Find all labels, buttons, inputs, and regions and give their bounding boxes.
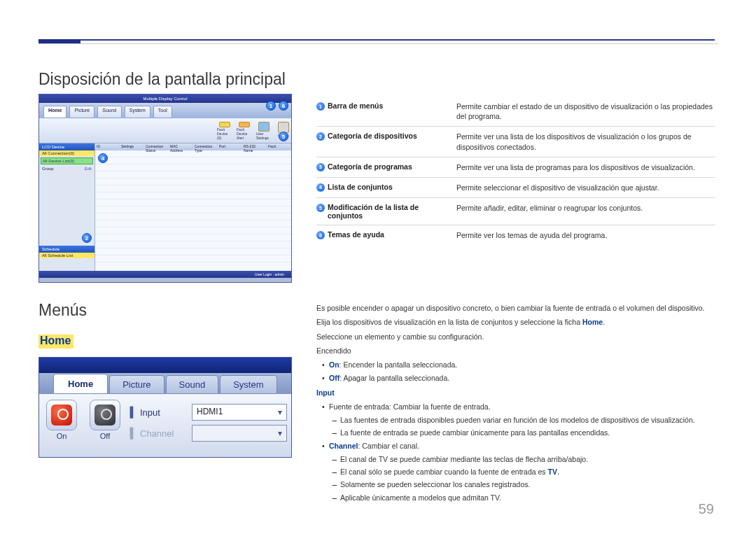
badge-2: 2 — [82, 233, 92, 243]
legend-badge-2: 2 — [316, 132, 325, 141]
legend-table: 1Barra de menús Permite cambiar el estad… — [316, 97, 715, 245]
sc2-tab-picture: Picture — [109, 375, 164, 394]
sc2-tab-home: Home — [53, 374, 108, 394]
subheading-input: Input — [316, 387, 715, 398]
list-item: La fuente de entrada se puede cambiar ún… — [316, 427, 715, 438]
list-item: Fuente de entrada: Cambiar la fuente de … — [316, 401, 715, 412]
heading-home: Home — [38, 335, 74, 349]
sidebar-head-schedule: Schedule — [39, 246, 94, 253]
sc2-tab-sound: Sound — [166, 375, 219, 394]
sc2-input-row: ▍ Input HDMI1 — [130, 404, 287, 421]
list-item: Solamente se pueden seleccionar los cana… — [316, 479, 715, 490]
list-item: Channel: Cambiar el canal. — [316, 440, 715, 451]
sc1-grid: Add Edit Delete ID Settings Connection S… — [95, 143, 291, 271]
sc1-tabs: Home Picture Sound System Tool 1 6 — [39, 103, 291, 118]
legend-row: 3Categoría de programas Permite ver una … — [316, 157, 715, 178]
power-on-icon — [51, 405, 72, 426]
legend-row: 5Modificación de la lista de conjuntos P… — [316, 198, 715, 225]
sc1-tab-home: Home — [43, 106, 66, 118]
legend-row: 4Lista de conjuntos Permite seleccionar … — [316, 178, 715, 198]
sidebar-item-group: Group Edit — [39, 166, 94, 171]
badge-6: 6 — [279, 101, 288, 111]
sc1-sidebar: LCD Device All Connection(0) All Device … — [39, 143, 95, 271]
sc2-titlebar — [39, 358, 291, 373]
sc2-channel-row: ▍ Channel — [130, 425, 287, 442]
list-item: El canal sólo se puede cambiar cuando la… — [316, 466, 715, 477]
btn-on: On — [43, 400, 80, 440]
legend-badge-3: 3 — [316, 163, 325, 171]
divider-icon: ▍ — [130, 407, 133, 418]
legend-badge-6: 6 — [316, 231, 325, 239]
sc1-tab-tool: Tool — [153, 106, 172, 118]
input-select: HDMI1 — [192, 404, 287, 421]
sc1-tab-sound: Sound — [97, 106, 121, 118]
sc1-footer: User Login : admin — [39, 271, 291, 278]
power-off-icon — [94, 405, 115, 426]
screenshot-home-menu: Home Picture Sound System On Off ▍ Input… — [38, 357, 292, 458]
toolbar-fault-device: Fault Device (0) — [217, 122, 232, 140]
page-number: 59 — [699, 501, 714, 517]
header-divider — [38, 39, 715, 41]
input-label: Input — [140, 407, 185, 418]
legend-badge-4: 4 — [316, 183, 325, 192]
sidebar-item-schedule: All Schedule List — [39, 253, 94, 258]
grid-header: ID Settings Connection Status MAC Addres… — [95, 143, 291, 150]
divider-icon: ▍ — [130, 428, 133, 439]
badge-1: 1 — [266, 101, 276, 111]
grid-rows — [95, 150, 291, 271]
list-item: El canal de TV se puede cambiar mediante… — [316, 454, 715, 465]
sc2-tab-system: System — [220, 375, 276, 394]
toolbar-user-settings: User Settings — [256, 122, 272, 140]
para: Elija los dispositivos de visualización … — [316, 316, 715, 328]
para: Seleccione un elemento y cambie su confi… — [316, 331, 715, 342]
legend-row: 1Barra de menús Permite cambiar el estad… — [316, 97, 715, 127]
list-item: On: Encender la pantalla seleccionada. — [316, 359, 715, 370]
channel-select — [192, 425, 287, 442]
para: Es posible encender o apagar un disposit… — [316, 302, 715, 314]
window-title: Multiple Display Control — [39, 94, 291, 103]
heading-menus: Menús — [38, 301, 87, 320]
heading-main-layout: Disposición de la pantalla principal — [38, 70, 286, 89]
legend-badge-1: 1 — [316, 102, 325, 111]
list-item: Off: Apagar la pantalla seleccionada. — [316, 372, 715, 384]
para: Encendido — [316, 345, 715, 356]
badge-4: 4 — [98, 153, 108, 163]
legend-badge-5: 5 — [316, 204, 325, 212]
list-item: Aplicable únicamente a modelos que admit… — [316, 492, 715, 503]
sc1-tab-system: System — [125, 106, 150, 118]
sc1-toolbar: Fault Device (0) Fault Device Alert User… — [39, 118, 291, 143]
sidebar-head-lcd: LCD Device — [39, 143, 94, 150]
screenshot-main-layout: Multiple Display Control Home Picture So… — [38, 94, 292, 283]
channel-label: Channel — [140, 428, 185, 439]
body-text: Es posible encender o apagar un disposit… — [316, 302, 715, 505]
sidebar-item-allconn: All Connection(0) — [39, 150, 94, 156]
header-accent — [38, 39, 80, 43]
sc1-tab-picture: Picture — [69, 106, 94, 118]
btn-off: Off — [87, 400, 123, 440]
sc2-tabs: Home Picture Sound System — [39, 373, 291, 394]
toolbar-fault-alert: Fault Device Alert — [237, 122, 252, 140]
sc2-body: On Off ▍ Input HDMI1 ▍ Channel — [39, 394, 291, 458]
legend-row: 2Categoría de dispositivos Permite ver u… — [316, 127, 715, 157]
legend-row: 6Temas de ayuda Permite ver los temas de… — [316, 225, 715, 245]
list-item: Las fuentes de entrada disponibles puede… — [316, 414, 715, 426]
sidebar-item-alldev: All Device List(0) — [41, 157, 93, 164]
badge-5: 5 — [279, 132, 288, 141]
